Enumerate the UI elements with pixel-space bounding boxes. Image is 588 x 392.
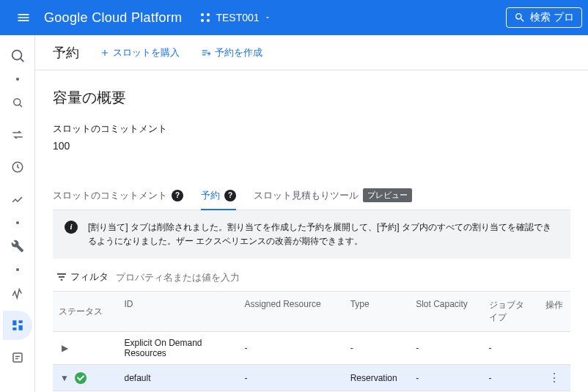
info-icon: i — [65, 221, 78, 234]
nav-biengine[interactable] — [3, 343, 32, 372]
left-nav — [0, 35, 35, 392]
cell-type: - — [345, 337, 411, 359]
th-status: ステータス — [53, 292, 119, 331]
more-actions-button[interactable]: ⋮ — [548, 371, 560, 384]
svg-point-0 — [201, 13, 204, 16]
svg-rect-11 — [13, 353, 22, 362]
cell-status: ▼ — [53, 366, 119, 390]
cell-job: - — [483, 367, 538, 389]
info-banner: i [割り当て] タブは削除されました。割り当てを作成した予約を展開して、[予約… — [53, 210, 570, 259]
svg-rect-10 — [12, 328, 16, 330]
nav-sql[interactable] — [3, 88, 32, 117]
collapse-arrow-icon[interactable]: ▼ — [59, 372, 70, 384]
tab-reservations[interactable]: 予約 ? — [201, 182, 236, 210]
th-type: Type — [345, 292, 411, 331]
create-reservation-button[interactable]: 予約を作成 — [200, 46, 262, 59]
filter-input[interactable] — [116, 272, 570, 283]
svg-rect-7 — [12, 320, 16, 325]
project-name: TEST001 — [216, 12, 259, 23]
commitment-value: 100 — [53, 140, 570, 152]
nav-separator — [16, 78, 19, 81]
cell-status: ▶ — [53, 336, 119, 360]
cell-job: - — [483, 337, 538, 359]
nav-bigquery[interactable] — [3, 41, 32, 70]
overview-title: 容量の概要 — [53, 88, 570, 108]
plus-icon — [100, 48, 110, 58]
cell-type: Reservation — [345, 367, 411, 389]
nav-scheduled[interactable] — [3, 152, 32, 182]
cell-slot: - — [410, 367, 482, 389]
cell-slot: - — [410, 337, 482, 359]
cell-ops: ⋮ — [537, 365, 570, 391]
tab-commitments[interactable]: スロットのコミットメント ? — [53, 182, 183, 210]
expand-arrow-icon[interactable]: ▶ — [59, 342, 70, 354]
help-icon[interactable]: ? — [172, 190, 183, 201]
cell-resource: - — [239, 337, 345, 359]
commitment-label: スロットのコミットメント — [53, 122, 570, 136]
filter-icon — [56, 271, 67, 283]
svg-rect-8 — [18, 320, 22, 323]
search-box[interactable]: 検索 プロ — [506, 7, 582, 28]
cell-ops — [537, 342, 570, 354]
th-slot: Slot Capacity — [410, 292, 482, 331]
filter-label: フィルタ — [56, 270, 109, 284]
chevron-down-icon — [264, 14, 271, 21]
svg-point-1 — [207, 13, 210, 16]
create-icon — [200, 48, 212, 58]
cell-id: default — [119, 367, 239, 389]
info-text: [割り当て] タブは削除されました。割り当てを作成した予約を展開して、[予約] … — [88, 221, 559, 248]
nav-separator — [16, 221, 19, 224]
table-row[interactable]: ▼default-Reservation--⋮ — [53, 365, 570, 391]
status-ok-icon — [75, 372, 87, 384]
svg-rect-9 — [18, 325, 22, 330]
cell-id: Explicit On Demand Resources — [119, 332, 239, 364]
nav-analytics[interactable] — [3, 185, 32, 214]
search-label: 検索 プロ — [530, 11, 574, 24]
brand-label: Google Cloud Platform — [44, 10, 182, 26]
preview-badge: プレビュー — [363, 188, 412, 202]
page-title: 予約 — [53, 44, 79, 62]
th-id: ID — [119, 292, 239, 331]
svg-point-2 — [201, 19, 204, 22]
project-icon — [199, 12, 211, 23]
project-selector[interactable]: TEST001 — [194, 9, 276, 26]
svg-point-4 — [12, 51, 21, 60]
nav-settings[interactable] — [3, 232, 32, 261]
cell-resource: - — [239, 367, 345, 389]
tab-estimator[interactable]: スロット見積もりツール プレビュー — [254, 181, 412, 210]
nav-separator — [16, 268, 19, 271]
svg-point-3 — [207, 19, 210, 22]
nav-reservations[interactable] — [3, 311, 32, 340]
search-icon — [514, 12, 526, 23]
table-row[interactable]: ▶Explicit On Demand Resources---- — [53, 332, 570, 365]
th-resource: Assigned Resource — [239, 292, 345, 331]
hamburger-menu[interactable] — [6, 10, 41, 25]
nav-monitoring[interactable] — [3, 278, 32, 308]
buy-slots-button[interactable]: スロットを購入 — [100, 46, 180, 59]
th-job: ジョブタイプ — [483, 292, 538, 331]
reservations-table: ステータス ID Assigned Resource Type Slot Cap… — [53, 291, 570, 392]
th-ops: 操作 — [537, 292, 570, 331]
help-icon[interactable]: ? — [224, 190, 236, 201]
nav-transfer[interactable] — [3, 120, 32, 149]
